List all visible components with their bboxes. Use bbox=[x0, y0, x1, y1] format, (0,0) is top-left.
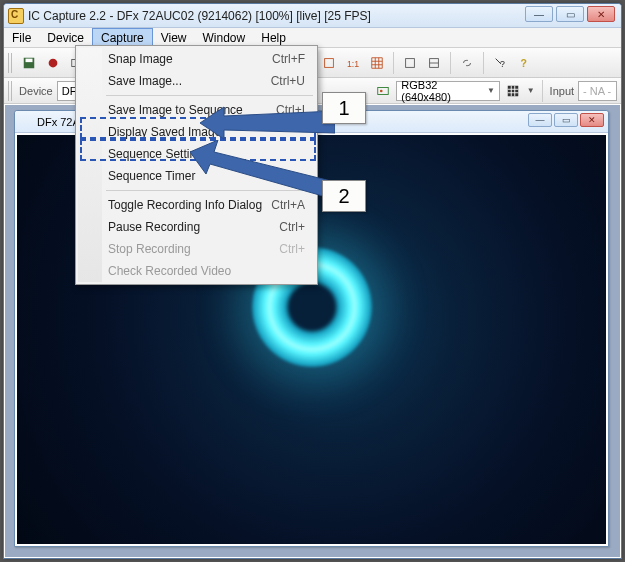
menu-pause-recording[interactable]: Pause RecordingCtrl+ bbox=[78, 216, 315, 238]
titlebar[interactable]: IC Capture 2.2 - DFx 72AUC02 (9214062) [… bbox=[4, 4, 621, 28]
toolbar-grip-2[interactable] bbox=[8, 81, 13, 101]
svg-rect-19 bbox=[508, 85, 519, 96]
grid2-icon[interactable] bbox=[504, 80, 523, 102]
menu-separator bbox=[106, 95, 313, 96]
svg-text:?: ? bbox=[500, 59, 505, 69]
svg-marker-21 bbox=[190, 140, 335, 198]
chevron-down-icon: ▼ bbox=[487, 86, 495, 95]
input-label: Input bbox=[550, 85, 574, 97]
menu-file[interactable]: File bbox=[4, 28, 39, 47]
link-icon[interactable] bbox=[456, 52, 478, 74]
annotation-arrow-1 bbox=[200, 103, 335, 143]
svg-marker-20 bbox=[200, 107, 335, 139]
save-icon[interactable] bbox=[18, 52, 40, 74]
annotation-callout-2: 2 bbox=[322, 180, 366, 212]
window-title: IC Capture 2.2 - DFx 72AUC02 (9214062) [… bbox=[28, 9, 371, 23]
close-button[interactable]: ✕ bbox=[587, 6, 615, 22]
svg-point-18 bbox=[380, 89, 383, 92]
device-label: Device bbox=[19, 85, 53, 97]
grid-icon[interactable] bbox=[366, 52, 388, 74]
minimize-button[interactable]: — bbox=[525, 6, 553, 22]
app-icon bbox=[8, 8, 24, 24]
record-icon[interactable] bbox=[42, 52, 64, 74]
svg-rect-10 bbox=[325, 58, 334, 67]
whatsthis-icon[interactable]: ? bbox=[489, 52, 511, 74]
input-combo[interactable]: - NA - bbox=[578, 81, 617, 101]
help-icon[interactable]: ? bbox=[513, 52, 535, 74]
properties-icon[interactable] bbox=[423, 52, 445, 74]
format-icon[interactable] bbox=[373, 80, 392, 102]
settings-icon[interactable] bbox=[399, 52, 421, 74]
menu-check-recorded-video: Check Recorded Video bbox=[78, 260, 315, 282]
svg-rect-12 bbox=[406, 58, 415, 67]
svg-rect-17 bbox=[378, 87, 389, 94]
app-icon bbox=[19, 115, 33, 129]
input-value: - NA - bbox=[583, 85, 611, 97]
svg-rect-1 bbox=[26, 58, 33, 62]
annotation-arrow-2 bbox=[190, 140, 335, 200]
inner-close-button[interactable]: ✕ bbox=[580, 113, 604, 127]
inner-minimize-button[interactable]: — bbox=[528, 113, 552, 127]
inner-maximize-button[interactable]: ▭ bbox=[554, 113, 578, 127]
maximize-button[interactable]: ▭ bbox=[556, 6, 584, 22]
format-combo[interactable]: RGB32 (640x480)▼ bbox=[396, 81, 500, 101]
chevron-down-icon[interactable]: ▼ bbox=[527, 86, 535, 95]
annotation-callout-1: 1 bbox=[322, 92, 366, 124]
menu-stop-recording: Stop RecordingCtrl+ bbox=[78, 238, 315, 260]
toolbar-grip[interactable] bbox=[8, 53, 14, 73]
svg-text:?: ? bbox=[521, 56, 527, 68]
svg-point-2 bbox=[49, 58, 58, 67]
svg-text:1:1: 1:1 bbox=[347, 58, 359, 68]
fit-window-icon[interactable] bbox=[318, 52, 340, 74]
format-value: RGB32 (640x480) bbox=[401, 79, 483, 103]
actual-size-icon[interactable]: 1:1 bbox=[342, 52, 364, 74]
menu-snap-image[interactable]: Snap ImageCtrl+F bbox=[78, 48, 315, 70]
menu-save-image[interactable]: Save Image...Ctrl+U bbox=[78, 70, 315, 92]
